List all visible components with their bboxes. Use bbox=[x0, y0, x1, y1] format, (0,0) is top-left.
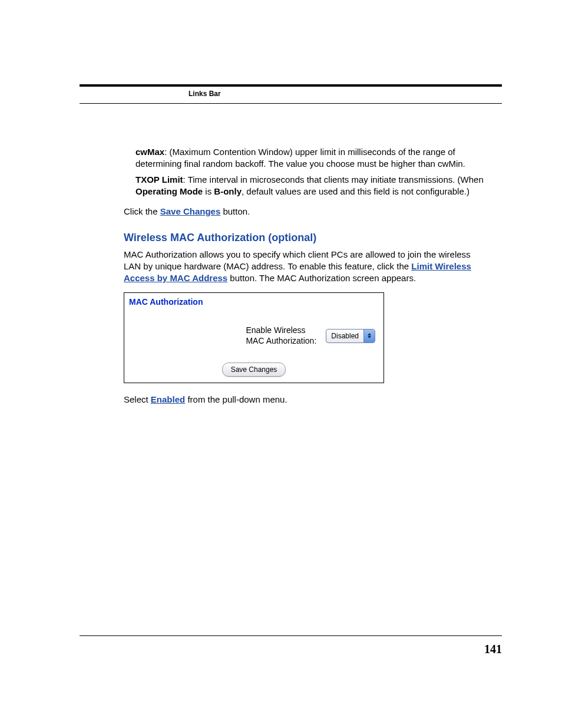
footer-rule bbox=[80, 635, 502, 636]
definition-block: cwMax: (Maximum Contention Window) upper… bbox=[135, 146, 489, 197]
save-suffix: button. bbox=[220, 206, 250, 216]
txop-bonly: B-only bbox=[214, 186, 242, 196]
content: cwMax: (Maximum Contention Window) upper… bbox=[124, 146, 489, 414]
save-changes-button[interactable]: Save Changes bbox=[222, 363, 286, 377]
txop-def: TXOP Limit: Time interval in microsecond… bbox=[135, 174, 489, 198]
closing-instruction: Select Enabled from the pull-down menu. bbox=[124, 394, 489, 406]
chevron-down-icon bbox=[368, 336, 371, 338]
field-label-line2: MAC Authorization: bbox=[246, 336, 316, 345]
cwmax-def: cwMax: (Maximum Contention Window) upper… bbox=[135, 146, 489, 170]
save-prefix: Click the bbox=[124, 206, 160, 216]
cwmax-text: : (Maximum Contention Window) upper limi… bbox=[135, 147, 465, 169]
rule-heavy bbox=[80, 84, 502, 87]
header-links-bar: Links Bar bbox=[189, 90, 221, 98]
closing-prefix: Select bbox=[124, 394, 151, 404]
chevron-up-icon bbox=[368, 333, 371, 335]
enabled-link[interactable]: Enabled bbox=[151, 394, 185, 404]
save-changes-instruction: Click the Save Changes button. bbox=[124, 206, 489, 218]
panel-field-row: Enable Wireless MAC Authorization: Disab… bbox=[124, 325, 384, 363]
field-label-line1: Enable Wireless bbox=[246, 325, 305, 335]
select-value: Disabled bbox=[326, 330, 363, 342]
txop-text1: : Time interval in microseconds that cli… bbox=[183, 174, 484, 185]
page: Links Bar cwMax: (Maximum Contention Win… bbox=[0, 0, 562, 728]
cwmax-label: cwMax bbox=[135, 147, 164, 157]
txop-label: TXOP Limit bbox=[135, 174, 183, 185]
para-suffix: button. The MAC Authorization screen app… bbox=[227, 273, 416, 283]
save-changes-link[interactable]: Save Changes bbox=[160, 206, 221, 216]
panel-footer: Save Changes bbox=[124, 363, 384, 383]
enable-wireless-mac-label: Enable Wireless MAC Authorization: bbox=[246, 325, 316, 346]
txop-operating-mode: Operating Mode bbox=[135, 186, 203, 196]
select-stepper-icon bbox=[363, 330, 375, 342]
mac-authorization-select[interactable]: Disabled bbox=[326, 329, 375, 343]
txop-text2: is bbox=[203, 186, 214, 196]
page-number: 141 bbox=[484, 643, 502, 656]
panel-title: MAC Authorization bbox=[124, 293, 384, 325]
closing-suffix: from the pull-down menu. bbox=[185, 394, 287, 404]
rule-thin bbox=[80, 103, 502, 104]
txop-text3: , default values are used and this field… bbox=[242, 186, 470, 196]
section-paragraph: MAC Authorization allows you to specify … bbox=[124, 249, 489, 285]
section-heading-wireless-mac: Wireless MAC Authorization (optional) bbox=[124, 230, 489, 245]
mac-authorization-panel: MAC Authorization Enable Wireless MAC Au… bbox=[124, 292, 384, 383]
